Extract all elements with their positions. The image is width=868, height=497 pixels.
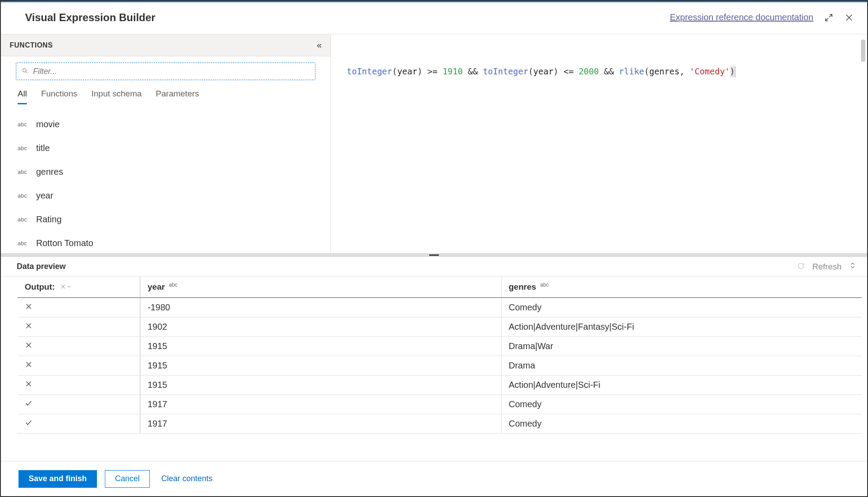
expression-token: genres — [649, 66, 680, 76]
table-row[interactable]: 1915Drama — [18, 356, 862, 376]
dialog-footer: Save and finish Cancel Clear contents — [1, 461, 867, 496]
cancel-button[interactable]: Cancel — [105, 470, 150, 488]
cell-genres: Drama — [501, 356, 862, 376]
type-badge: abc — [18, 216, 29, 223]
expression-token: <= — [564, 66, 579, 76]
type-badge: abc — [18, 169, 29, 175]
cell-year: 1917 — [140, 414, 501, 434]
cell-year: 1917 — [140, 395, 501, 414]
cell-genres: Action|Adventure|Fantasy|Sci-Fi — [501, 317, 862, 337]
tab-functions[interactable]: Functions — [41, 89, 77, 104]
expression-token: ( — [392, 66, 397, 76]
filter-text-field[interactable] — [33, 67, 310, 76]
expression-token: year — [397, 66, 417, 76]
schema-item-name: movie — [36, 119, 59, 129]
table-row[interactable]: 1915Drama|War — [18, 337, 862, 356]
cell-genres: Comedy — [501, 395, 862, 414]
cross-icon — [25, 302, 33, 312]
table-row[interactable]: 1902Action|Adventure|Fantasy|Sci-Fi — [18, 317, 862, 337]
expression-token: ( — [644, 66, 649, 76]
expression-token: rlike — [619, 66, 644, 76]
table-row[interactable]: 1915Action|Adventure|Sci-Fi — [18, 376, 862, 395]
cross-icon — [25, 380, 33, 390]
schema-list[interactable]: abcmovieabctitleabcgenresabcyearabcRatin… — [1, 104, 330, 253]
refresh-icon[interactable] — [797, 262, 805, 271]
expression-editor[interactable]: toInteger(year) >= 1910 && toInteger(yea… — [331, 34, 867, 253]
preview-expand-icon[interactable] — [849, 261, 857, 272]
tab-parameters[interactable]: Parameters — [156, 89, 199, 104]
schema-item-name: Rating — [36, 214, 62, 225]
tab-all[interactable]: All — [18, 89, 27, 104]
dialog-header: Visual Expression Builder Expression ref… — [1, 1, 867, 34]
functions-panel-label: FUNCTIONS — [10, 41, 53, 49]
preview-table: Output: year abc genres abc — [18, 276, 862, 434]
cross-icon — [25, 341, 33, 351]
cell-genres: Comedy — [501, 414, 862, 434]
expression-token: ) — [553, 66, 564, 76]
expression-token: 'Comedy' — [690, 66, 730, 76]
editor-scrollbar[interactable] — [861, 40, 865, 62]
schema-item[interactable]: abcRating — [18, 207, 314, 231]
cross-icon — [25, 322, 33, 331]
expression-token: ) — [730, 66, 735, 77]
type-badge: abc — [18, 121, 29, 128]
cell-year: 1915 — [140, 376, 501, 395]
expression-token: && — [599, 66, 619, 76]
type-badge: abc — [18, 240, 29, 247]
expand-icon[interactable] — [824, 13, 834, 22]
column-genres[interactable]: genres abc — [501, 276, 862, 298]
schema-item-name: title — [36, 143, 50, 153]
schema-item[interactable]: abcRotton Tomato — [18, 231, 314, 253]
check-icon — [25, 419, 33, 428]
expression-token: year — [533, 66, 553, 76]
expression-token: toInteger — [347, 66, 392, 76]
column-year[interactable]: year abc — [140, 276, 501, 298]
schema-item[interactable]: abcgenres — [18, 160, 314, 184]
expression-token: >= — [427, 66, 442, 76]
filter-input[interactable] — [16, 63, 315, 80]
documentation-link[interactable]: Expression reference documentation — [670, 12, 813, 22]
check-icon — [25, 399, 33, 409]
search-icon — [22, 67, 29, 76]
save-button[interactable]: Save and finish — [19, 470, 97, 488]
expression-token: 1910 — [442, 66, 463, 76]
data-preview-label: Data preview — [17, 262, 66, 271]
cell-year: 1915 — [140, 356, 501, 376]
table-row[interactable]: -1980Comedy — [18, 298, 862, 317]
cell-year: 1915 — [140, 337, 501, 356]
schema-item-name: genres — [36, 167, 63, 177]
cross-icon — [25, 361, 33, 370]
functions-panel: FUNCTIONS « All Functions Input schema P… — [1, 34, 331, 253]
column-output-menu-icon[interactable] — [60, 283, 72, 290]
cell-genres: Action|Adventure|Sci-Fi — [501, 376, 862, 395]
schema-item[interactable]: abctitle — [18, 136, 314, 160]
refresh-button[interactable]: Refresh — [812, 262, 842, 272]
svg-point-0 — [23, 68, 26, 72]
clear-contents-link[interactable]: Clear contents — [161, 474, 212, 483]
cell-year: -1980 — [140, 298, 501, 317]
table-row[interactable]: 1917Comedy — [18, 414, 862, 434]
functions-panel-header: FUNCTIONS « — [1, 34, 330, 56]
expression-token: ) — [417, 66, 427, 76]
table-row[interactable]: 1917Comedy — [18, 395, 862, 414]
collapse-panel-icon[interactable]: « — [317, 40, 322, 50]
schema-item[interactable]: abcyear — [18, 184, 314, 207]
expression-token: 2000 — [579, 66, 599, 76]
cell-genres: Drama|War — [501, 337, 862, 356]
split-handle[interactable] — [429, 254, 439, 256]
type-badge: abc — [18, 192, 29, 199]
type-badge: abc — [18, 145, 29, 151]
close-icon[interactable] — [844, 13, 854, 22]
data-preview-panel: Data preview Refresh Output: — [1, 257, 867, 438]
schema-item-name: Rotton Tomato — [36, 238, 93, 248]
expression-token: && — [463, 66, 483, 76]
expression-token: toInteger — [483, 66, 528, 76]
column-output[interactable]: Output: — [18, 276, 140, 298]
cell-genres: Comedy — [501, 298, 862, 317]
builder-body: FUNCTIONS « All Functions Input schema P… — [1, 34, 867, 257]
data-preview-header: Data preview Refresh — [1, 257, 867, 276]
tab-input-schema[interactable]: Input schema — [92, 89, 142, 104]
page-title: Visual Expression Builder — [25, 11, 156, 24]
cell-year: 1902 — [140, 317, 501, 337]
schema-item[interactable]: abcmovie — [18, 112, 314, 136]
